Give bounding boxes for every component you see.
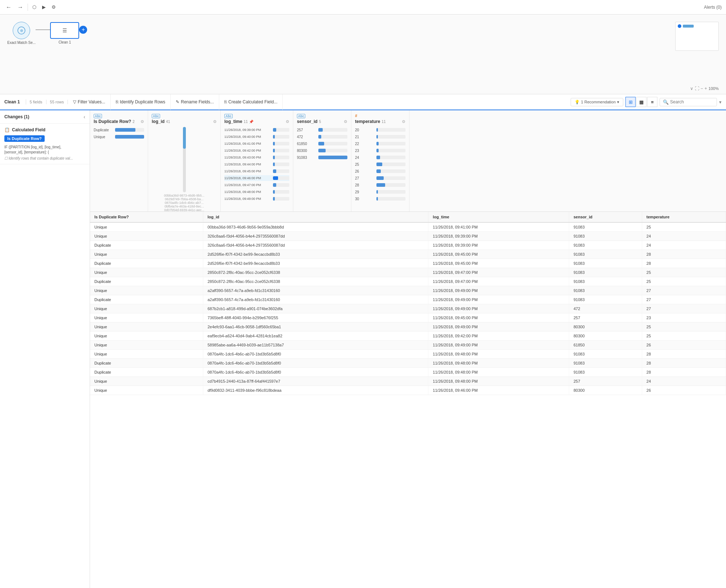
profile-col-sensorid-header: Abc sensor_id 5 ⚙ [297,113,347,124]
clean1-box-icon: ☰ [62,28,67,33]
cell-dup: Duplicate [90,259,203,268]
list-view-btn[interactable]: ≡ [647,97,657,107]
bar-row-t9: 11/26/2018, 09:47:00 PM [224,182,289,188]
settings-button[interactable]: ⚙ [50,3,57,11]
bar-label-temp7: 26 [355,169,375,173]
cell-temp: 27 [642,304,726,313]
cell-logid: 0870a4fc-1dc6-4b6c-ab70-1bd3b5b5d8f0 [203,350,428,359]
svg-text:⊕: ⊕ [20,28,23,33]
cell-logtime: 11/26/2018, 09:49:00 PM [428,341,569,350]
cell-sensorid: 91083 [569,295,642,304]
collapse-panel-btn[interactable]: ‹ [83,114,85,120]
cell-logtime: 11/26/2018, 09:45:00 PM [428,313,569,322]
bar-label-temp3: 22 [355,142,375,146]
cell-logtime: 11/26/2018, 09:46:00 PM [428,386,569,395]
node-clean1[interactable]: ☰ Clean 1 [50,22,79,44]
bar-row-temp4: 23 [355,148,405,153]
profile-view-btn[interactable]: ⊞ [625,97,636,107]
collapse-map-btn[interactable]: ∨ [690,86,693,91]
cell-temp: 24 [642,232,726,241]
action-bar: Clean 1 5 fields 55 rows ▽ Filter Values… [0,94,726,110]
run-button[interactable]: ▶ [41,3,47,11]
cell-sensorid: 91083 [569,368,642,377]
table-row: Unique 00bba36d-9873-46d6-9b56-9e059a3bb… [90,222,726,232]
node-exact-match[interactable]: ⊕ Exact Match Se... [7,22,36,45]
bar-label-temp11: 30 [355,197,375,201]
logid-truncated-note: 00bba36d-9873-46d6-9b5...0629d749-7b6a-4… [152,194,217,212]
table-row: Duplicate 326c8aa6-f3d4-4056-b4e4-297355… [90,241,726,250]
col-logtime-settings-btn[interactable]: ⚙ [286,119,289,124]
bar-row-t10: 11/26/2018, 09:48:00 PM [224,189,289,195]
profile-col-temp-header: # temperature 11 ⚙ [355,113,405,124]
bar-fill-temp2 [376,135,378,139]
zoom-in-btn[interactable]: + [705,86,707,91]
bar-row-temp1: 20 [355,127,405,133]
bar-track-t5 [273,156,289,159]
cell-logtime: 11/26/2018, 09:47:00 PM [428,268,569,277]
bar-row-temp8: 27 [355,175,405,181]
col-dup-settings-btn[interactable]: ⚙ [140,119,144,124]
recommendation-button[interactable]: 💡 1 Recommendation ▾ [571,98,623,106]
bar-label-temp8: 27 [355,176,375,180]
cell-logid: 326c8aa6-f3d4-4056-b4e4-29735560087dd [203,232,428,241]
action-bar-title: Clean 1 [4,99,26,104]
bar-fill-t2 [273,135,275,139]
bar-track-t8 [273,176,289,180]
cell-dup: Unique [90,313,203,322]
bar-fill-t11 [273,197,275,201]
col-temp-settings-btn[interactable]: ⚙ [402,119,405,124]
bar-row-t4: 11/26/2018, 09:42:00 PM [224,148,289,153]
bar-label-t11: 11/26/2018, 09:49:00 PM [224,197,272,201]
frame-btn[interactable]: ⛶ [695,86,699,91]
cell-logid: 2d526f6e-f07f-4342-be99-9ecaccbd8b33 [203,259,428,268]
col-logid-name: log_id [152,119,164,124]
search-dropdown-btn[interactable]: ▾ [719,99,722,105]
create-calculated-field-button[interactable]: ⎘ Create Calculated Field... [219,94,283,110]
filter-icon: ▽ [73,99,76,104]
col-logid-settings-btn[interactable]: ⚙ [213,119,217,124]
bar-fill-temp7 [376,169,381,173]
rename-btn-label: Rename Fields... [181,99,214,104]
bar-label-temp10: 29 [355,190,375,194]
col-sensorid-settings-btn[interactable]: ⚙ [344,119,347,124]
cell-logtime: 11/26/2018, 09:48:00 PM [428,359,569,368]
profile-col-logtime-header: Abc log_time 11 📌 ⚙ [224,113,289,124]
bar-row-t6: 11/26/2018, 09:44:00 PM [224,161,289,167]
bar-track-t10 [273,190,289,194]
alerts-link[interactable]: Alerts (0) [704,5,722,10]
add-node-button[interactable]: + [79,26,87,34]
rename-fields-button[interactable]: ✎ Rename Fields... [171,94,219,110]
change-item-header: 📋 Calculated Field [4,127,85,132]
cell-sensorid: 91083 [569,268,642,277]
back-button[interactable]: ← [4,3,13,12]
search-input[interactable] [670,99,714,104]
cell-temp: 28 [642,350,726,359]
cell-logid: 58985abe-aa6a-4469-b039-ae11b57138a7 [203,341,428,350]
canvas-nodes: ⊕ Exact Match Se... ☰ Clean 1 + [7,22,719,45]
cell-sensorid: 91083 [569,232,642,241]
bar-row-temp2: 21 [355,134,405,140]
grid-view-btn[interactable]: ▦ [636,97,647,107]
save-button[interactable]: ⬡ [31,3,38,11]
identify-duplicates-button[interactable]: ⎘ Identify Duplicate Rows [111,94,171,110]
filter-values-button[interactable]: ▽ Filter Values... [68,94,111,110]
table-row: Unique a2aff390-5657-4c7a-a9eb-fd1c31430… [90,286,726,295]
bar-row-s1: 257 [297,127,347,133]
forward-button[interactable]: → [16,3,25,12]
bar-track-t1 [273,128,289,132]
bar-fill-s3 [318,142,324,145]
table-row: Unique 2850c872-2f8c-40ac-95cc-2ce052cf6… [90,268,726,277]
cell-dup: Unique [90,232,203,241]
cell-dup: Unique [90,322,203,332]
cell-logid: 2e4efc93-6aa1-46cb-9058-1df560c65ba1 [203,322,428,332]
zoom-out-btn[interactable]: − [701,86,703,91]
rename-icon: ✎ [176,99,179,104]
cell-temp: 25 [642,222,726,232]
table-row: Unique 326c8aa6-f3d4-4056-b4e4-297355600… [90,232,726,241]
change-title: Calculated Field [12,127,45,132]
bar-fill-temp3 [376,142,379,145]
col-dup-name: Is Duplicate Row? [94,119,131,124]
bar-row-s2: 472 [297,134,347,140]
identify-icon: ⎘ [116,99,118,104]
cell-dup: Unique [90,222,203,232]
